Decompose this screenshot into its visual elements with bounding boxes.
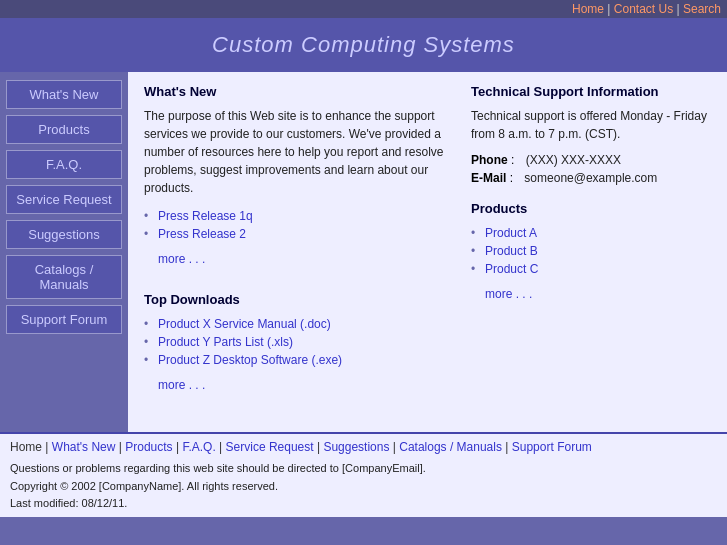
email-label: E-Mail xyxy=(471,171,506,185)
footer-support-forum-link[interactable]: Support Forum xyxy=(512,440,592,454)
top-downloads-section: Top Downloads Product X Service Manual (… xyxy=(144,292,451,402)
footer-catalogs-link[interactable]: Catalogs / Manuals xyxy=(399,440,502,454)
footer-line1: Questions or problems regarding this web… xyxy=(10,460,717,478)
content-area: What's New The purpose of this Web site … xyxy=(128,72,727,432)
email-row: E-Mail : someone@example.com xyxy=(471,171,711,185)
footer-suggestions-link[interactable]: Suggestions xyxy=(323,440,389,454)
press-release-2-link[interactable]: Press Release 2 xyxy=(158,227,246,241)
footer: Home | What's New | Products | F.A.Q. | … xyxy=(0,434,727,517)
footer-whats-new-link[interactable]: What's New xyxy=(52,440,116,454)
downloads-list: Product X Service Manual (.doc) Product … xyxy=(144,315,451,369)
email-value: someone@example.com xyxy=(524,171,657,185)
phone-label: Phone xyxy=(471,153,508,167)
whats-new-more-link[interactable]: more . . . xyxy=(158,252,205,266)
tech-support-section: Technical Support Information Technical … xyxy=(471,84,711,185)
footer-home: Home xyxy=(10,440,42,454)
whats-new-body: The purpose of this Web site is to enhan… xyxy=(144,107,451,197)
downloads-more-link[interactable]: more . . . xyxy=(158,378,205,392)
product-b-link[interactable]: Product B xyxy=(485,244,538,258)
main-wrapper: What's New Products F.A.Q. Service Reque… xyxy=(0,72,727,432)
sidebar-item-whats-new[interactable]: What's New xyxy=(6,80,122,109)
list-item: Press Release 2 xyxy=(144,225,451,243)
press-release-list: Press Release 1q Press Release 2 xyxy=(144,207,451,243)
sidebar-item-products[interactable]: Products xyxy=(6,115,122,144)
download-3-link[interactable]: Product Z Desktop Software (.exe) xyxy=(158,353,342,367)
top-nav-search-link[interactable]: Search xyxy=(683,2,721,16)
top-nav-home-link[interactable]: Home xyxy=(572,2,604,16)
product-c-link[interactable]: Product C xyxy=(485,262,538,276)
download-2-link[interactable]: Product Y Parts List (.xls) xyxy=(158,335,293,349)
footer-line2: Copyright © 2002 [CompanyName]. All righ… xyxy=(10,478,717,496)
top-downloads-title: Top Downloads xyxy=(144,292,451,307)
download-1-link[interactable]: Product X Service Manual (.doc) xyxy=(158,317,331,331)
footer-nav-links: Home | What's New | Products | F.A.Q. | … xyxy=(10,440,717,454)
tech-support-title: Technical Support Information xyxy=(471,84,711,99)
sidebar-item-suggestions[interactable]: Suggestions xyxy=(6,220,122,249)
site-header: Custom Computing Systems xyxy=(0,18,727,72)
content-left: What's New The purpose of this Web site … xyxy=(144,84,471,420)
phone-row: Phone : (XXX) XXX-XXXX xyxy=(471,153,711,167)
whats-new-title: What's New xyxy=(144,84,451,99)
top-nav-bar: Home | Contact Us | Search xyxy=(0,0,727,18)
list-item: Product Z Desktop Software (.exe) xyxy=(144,351,451,369)
footer-copyright: Questions or problems regarding this web… xyxy=(10,460,717,513)
top-nav-contact-link[interactable]: Contact Us xyxy=(614,2,673,16)
sidebar-item-catalogs-manuals[interactable]: Catalogs / Manuals xyxy=(6,255,122,299)
content-right: Technical Support Information Technical … xyxy=(471,84,711,420)
footer-line3: Last modified: 08/12/11. xyxy=(10,495,717,513)
products-list: Product A Product B Product C xyxy=(471,224,711,278)
press-release-1-link[interactable]: Press Release 1q xyxy=(158,209,253,223)
footer-faq-link[interactable]: F.A.Q. xyxy=(182,440,215,454)
list-item: Product A xyxy=(471,224,711,242)
list-item: Product C xyxy=(471,260,711,278)
products-more-link[interactable]: more . . . xyxy=(485,287,532,301)
whats-new-section: What's New The purpose of this Web site … xyxy=(144,84,451,276)
tech-support-body: Technical support is offered Monday - Fr… xyxy=(471,107,711,143)
list-item: Product X Service Manual (.doc) xyxy=(144,315,451,333)
list-item: Product B xyxy=(471,242,711,260)
phone-value: (XXX) XXX-XXXX xyxy=(526,153,621,167)
products-title: Products xyxy=(471,201,711,216)
product-a-link[interactable]: Product A xyxy=(485,226,537,240)
sidebar-item-support-forum[interactable]: Support Forum xyxy=(6,305,122,334)
sidebar-item-service-request[interactable]: Service Request xyxy=(6,185,122,214)
products-section: Products Product A Product B Product C m… xyxy=(471,201,711,311)
site-title: Custom Computing Systems xyxy=(212,32,515,57)
footer-products-link[interactable]: Products xyxy=(125,440,172,454)
list-item: Press Release 1q xyxy=(144,207,451,225)
footer-service-request-link[interactable]: Service Request xyxy=(226,440,314,454)
sidebar: What's New Products F.A.Q. Service Reque… xyxy=(0,72,128,432)
list-item: Product Y Parts List (.xls) xyxy=(144,333,451,351)
top-nav-home: Home xyxy=(572,2,607,16)
sidebar-item-faq[interactable]: F.A.Q. xyxy=(6,150,122,179)
